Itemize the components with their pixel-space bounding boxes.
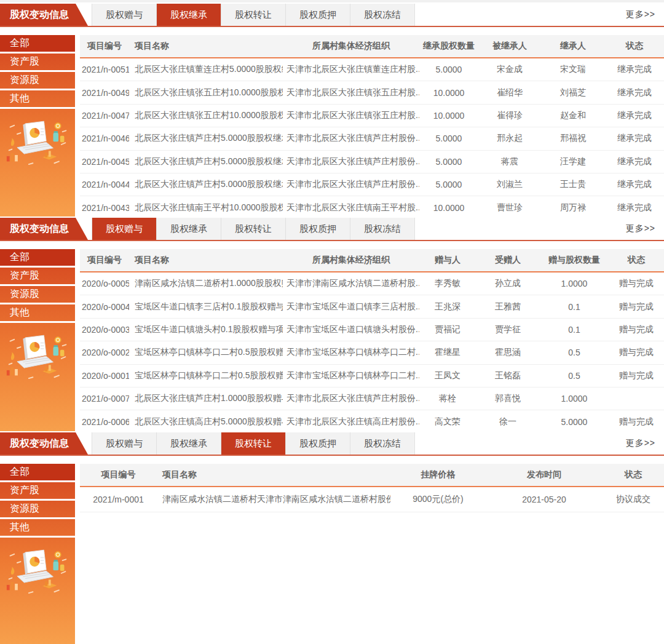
more-link[interactable]: 更多>> <box>626 4 664 26</box>
sidebar-item-resource-shares[interactable]: 资源股 <box>0 286 75 304</box>
table-cell: 天津市宝坻区牛道口镇李三店村股... <box>283 301 419 312</box>
table-cell: 刘淑兰 <box>478 179 541 190</box>
table-cell: 天津市北辰区大张庄镇芦庄村股份... <box>283 156 419 167</box>
top-divider <box>0 0 664 2</box>
laptop-analytics-illustration <box>6 547 69 599</box>
column-header: 状态 <box>605 41 664 52</box>
sidebar-item-asset-shares[interactable]: 资产股 <box>0 482 75 501</box>
tab-pledge[interactable]: 股权质押 <box>286 4 350 26</box>
table-cell: 宋金成 <box>478 64 541 75</box>
section-banner-label: 股权变动信息 <box>10 223 69 236</box>
table-cell: 赠与完成 <box>609 324 664 335</box>
table-cell: 天津市北辰区大张庄镇芦庄村股份... <box>283 133 419 144</box>
table-cell: 崔得珍 <box>478 110 541 121</box>
tab-pledge[interactable]: 股权质押 <box>286 432 350 455</box>
table-body: 2020/o-0005津南区咸水沽镇二道桥村1.0000股股权赠...天津市津南… <box>80 272 664 431</box>
panel-header: 股权变动信息 股权赠与股权继承股权转让股权质押股权冻结 更多>> <box>0 4 664 26</box>
tab-freeze[interactable]: 股权冻结 <box>350 432 415 455</box>
table-row[interactable]: 2021/o-0007北辰区大张庄镇芦庄村1.0000股股权赠与...天津市北辰… <box>80 388 664 410</box>
tab-transfer[interactable]: 股权转让 <box>221 432 286 455</box>
column-header: 继承人 <box>541 41 605 52</box>
table-cell: 5.0000 <box>419 133 478 143</box>
table-row[interactable]: 2021/n-0045北辰区大张庄镇芦庄村5.0000股股权继承...天津市北辰… <box>80 151 664 173</box>
table-cell: 王士贵 <box>541 179 605 190</box>
table-cell: 贾福记 <box>419 324 476 335</box>
table-cell: 9000元(总价) <box>390 494 486 505</box>
table-cell: 霍继星 <box>419 347 476 358</box>
category-sidebar: 全部资产股资源股其他 <box>0 249 75 431</box>
table-cell: 继承完成 <box>605 110 664 121</box>
table-row[interactable]: 2021/n-0047北辰区大张庄镇张五庄村10.0000股股权继...天津市北… <box>80 105 664 127</box>
table-cell: 天津市北辰区大张庄镇南王平村股... <box>283 202 419 213</box>
table-cell: 北辰区大张庄镇高庄村5.0000股股权赠与... <box>129 416 283 427</box>
table-row[interactable]: 2020/o-0001宝坻区林亭口镇林亭口二村0.5股股权赠与...天津市宝坻区… <box>80 365 664 388</box>
sidebar-items: 全部资产股资源股其他 <box>0 249 75 323</box>
table-cell: 赠与完成 <box>609 347 664 358</box>
column-header: 项目名称 <box>129 41 283 52</box>
table-cell: 2021/o-0006 <box>80 417 129 427</box>
inheritance-table: 项目编号项目名称所属村集体经济组织继承股权数量被继承人继承人状态 2021/n-… <box>80 35 664 217</box>
table-row[interactable]: 2021/n-0046北辰区大张庄镇芦庄村5.0000股股权继承...天津市北辰… <box>80 127 664 150</box>
table-cell: 天津市北辰区大张庄镇张五庄村股... <box>283 87 419 98</box>
tab-gift[interactable]: 股权赠与 <box>92 4 157 26</box>
tab-freeze[interactable]: 股权冻结 <box>350 218 415 240</box>
sidebar-item-all[interactable]: 全部 <box>0 35 75 54</box>
sidebar-item-other[interactable]: 其他 <box>0 90 75 109</box>
tab-inherit[interactable]: 股权继承 <box>157 218 221 240</box>
more-link[interactable]: 更多>> <box>626 218 664 240</box>
tab-pledge[interactable]: 股权质押 <box>286 218 350 240</box>
tab-freeze[interactable]: 股权冻结 <box>350 4 415 26</box>
sidebar-item-resource-shares[interactable]: 资源股 <box>0 501 75 519</box>
table-row[interactable]: 2020/o-0002宝坻区林亭口镇林亭口二村0.5股股权赠与...天津市宝坻区… <box>80 341 664 364</box>
table-cell: 赵金和 <box>541 110 605 121</box>
column-header: 发布时间 <box>486 469 603 480</box>
table-row[interactable]: 2020/o-0004宝坻区牛道口镇李三店村0.1股股权赠与项目天津市宝坻区牛道… <box>80 295 664 318</box>
more-link[interactable]: 更多>> <box>626 432 664 455</box>
column-header: 继承股权数量 <box>419 41 478 52</box>
tab-inherit[interactable]: 股权继承 <box>157 432 221 455</box>
table-row[interactable]: 2021/m-0001津南区咸水沽镇二道桥村天津市津南区咸水沽镇二道桥村股份经.… <box>80 487 664 512</box>
tab-gift[interactable]: 股权赠与 <box>92 432 157 455</box>
table-cell: 宝坻区林亭口镇林亭口二村0.5股股权赠与... <box>129 347 283 358</box>
table-cell: 北辰区大张庄镇芦庄村5.0000股股权继承... <box>129 133 283 144</box>
table-cell: 天津市北辰区大张庄镇董连庄村股... <box>283 64 419 75</box>
tab-inherit[interactable]: 股权继承 <box>157 4 221 26</box>
table-row[interactable]: 2021/n-0051北辰区大张庄镇董连庄村5.0000股股权继...天津市北辰… <box>80 58 664 81</box>
sidebar-item-all[interactable]: 全部 <box>0 249 75 268</box>
table-cell: 邢永起 <box>478 133 541 144</box>
sidebar-item-resource-shares[interactable]: 资源股 <box>0 72 75 90</box>
table-row[interactable]: 2020/o-0003宝坻区牛道口镇塘头村0.1股股权赠与项目天津市宝坻区牛道口… <box>80 319 664 341</box>
table-cell: 北辰区大张庄镇芦庄村5.0000股股权继承... <box>129 156 283 167</box>
equity-change-page: 股权变动信息 股权赠与股权继承股权转让股权质押股权冻结 更多>> 全部资产股资源… <box>0 0 664 644</box>
table-cell: 孙立成 <box>476 278 540 289</box>
table-body: 2021/m-0001津南区咸水沽镇二道桥村天津市津南区咸水沽镇二道桥村股份经.… <box>80 487 664 512</box>
table-cell: 2020/o-0002 <box>80 348 129 357</box>
table-cell: 5.0000 <box>419 65 478 74</box>
sidebar-item-asset-shares[interactable]: 资产股 <box>0 268 75 286</box>
tab-gift[interactable]: 股权赠与 <box>92 218 157 240</box>
table-cell: 北辰区大张庄镇芦庄村1.0000股股权赠与... <box>129 393 283 404</box>
table-cell: 0.5 <box>540 371 609 381</box>
column-header: 项目编号 <box>80 255 129 266</box>
table-row[interactable]: 2021/n-0044北辰区大张庄镇芦庄村5.0000股股权继承...天津市北辰… <box>80 173 664 196</box>
table-cell: 2021/o-0007 <box>80 394 129 403</box>
table-cell: 蒋栓 <box>419 393 476 404</box>
table-cell: 宋文瑞 <box>541 64 605 75</box>
table-row[interactable]: 2021/o-0006北辰区大张庄镇高庄村5.0000股股权赠与...天津市北辰… <box>80 410 664 431</box>
sidebar-item-all[interactable]: 全部 <box>0 464 75 482</box>
table-row[interactable]: 2021/n-0049北辰区大张庄镇张五庄村10.0000股股权继...天津市北… <box>80 81 664 104</box>
table-cell: 天津市北辰区大张庄镇高庄村股份... <box>283 416 419 427</box>
section-banner: 股权变动信息 <box>0 4 88 26</box>
table-cell: 北辰区大张庄镇南王平村10.0000股股权继... <box>129 202 283 213</box>
tab-transfer[interactable]: 股权转让 <box>221 4 286 26</box>
tab-transfer[interactable]: 股权转让 <box>221 218 286 240</box>
table-cell: 2021/n-0045 <box>80 157 129 167</box>
category-sidebar: 全部资产股资源股其他 <box>0 35 75 217</box>
table-cell: 天津市宝坻区林亭口镇林亭口二村... <box>283 347 419 358</box>
table-row[interactable]: 2021/n-0043北辰区大张庄镇南王平村10.0000股股权继...天津市北… <box>80 196 664 217</box>
table-row[interactable]: 2020/o-0005津南区咸水沽镇二道桥村1.0000股股权赠...天津市津南… <box>80 272 664 295</box>
sidebar-item-other[interactable]: 其他 <box>0 304 75 323</box>
transfer-table: 项目编号项目名称挂牌价格发布时间状态 2021/m-0001津南区咸水沽镇二道桥… <box>80 464 664 644</box>
sidebar-item-other[interactable]: 其他 <box>0 519 75 538</box>
sidebar-item-asset-shares[interactable]: 资产股 <box>0 54 75 72</box>
